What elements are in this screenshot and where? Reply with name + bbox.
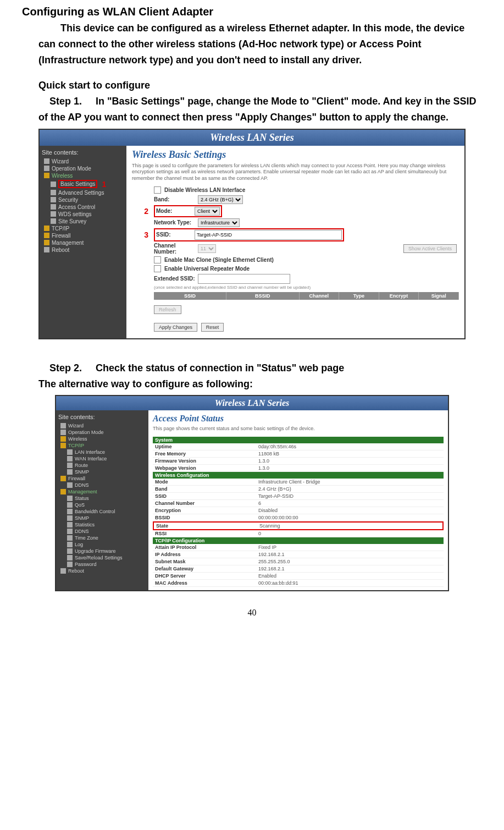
sidebar-item-label: Time Zone: [75, 535, 98, 541]
sidebar-item[interactable]: Wireless: [42, 172, 124, 179]
sidebar-item-label: TCP/IP: [68, 443, 84, 448]
chan-key: Channel Number: [153, 500, 256, 507]
sidebar-item[interactable]: Operation Mode: [42, 165, 124, 172]
sidebar-item-label: Wireless: [52, 173, 73, 179]
ext-ssid-input[interactable]: [198, 274, 290, 284]
table-header-type: Type: [339, 292, 379, 300]
sidebar-item[interactable]: Site Survey: [42, 218, 124, 225]
sidebar: Site contents: Wizard Operation Mode Wir…: [40, 146, 126, 338]
show-clients-button[interactable]: Show Active Clients: [403, 244, 457, 253]
state-val: Scanning: [257, 523, 442, 529]
sidebar-item[interactable]: SNMP: [58, 469, 146, 475]
sidebar-item[interactable]: QoS: [58, 502, 146, 508]
sidebar-item-label: Route: [75, 463, 88, 468]
sidebar-item-label: Firewall: [68, 476, 85, 481]
sidebar-item-label: Reboot: [52, 247, 69, 253]
universal-repeater-label: Enable Universal Repeater Mode: [164, 266, 250, 272]
table-header-bssid: BSSID: [226, 292, 299, 300]
ssid-input[interactable]: [195, 230, 342, 240]
page-icon: [67, 482, 73, 488]
sidebar-item[interactable]: WDS settings: [42, 211, 124, 218]
banner: Wireless LAN Series: [40, 130, 464, 146]
main-panel: Access Point Status This page shows the …: [148, 410, 448, 590]
page-icon: [60, 430, 66, 435]
sidebar-item[interactable]: Time Zone: [58, 535, 146, 541]
universal-repeater-checkbox[interactable]: [154, 265, 161, 272]
step2-label: Step 2.: [49, 362, 82, 373]
sidebar-item[interactable]: Route: [58, 462, 146, 469]
channel-label: Channel Number:: [154, 243, 198, 255]
page-icon: [67, 469, 73, 475]
sidebar-item-label: Management: [68, 489, 97, 494]
sidebar-item[interactable]: WAN Interface: [58, 455, 146, 462]
sidebar-item[interactable]: Save/Reload Settings: [58, 554, 146, 561]
sidebar-item[interactable]: Access Control: [42, 204, 124, 211]
mode-select[interactable]: Client: [195, 207, 220, 216]
ip-val: 192.168.2.1: [256, 551, 444, 558]
sidebar-item[interactable]: Basic Settings1: [42, 179, 124, 189]
page-icon: [67, 463, 73, 468]
sidebar-item[interactable]: Wireless: [58, 436, 146, 442]
sidebar-item-label: Basic Settings: [60, 181, 95, 187]
band-label: Band:: [154, 196, 198, 202]
sidebar-item[interactable]: Advanced Settings: [42, 189, 124, 196]
band-val: 2.4 GHz (B+G): [256, 486, 444, 492]
sidebar-item[interactable]: Firewall: [58, 475, 146, 482]
sidebar-item[interactable]: Management: [42, 239, 124, 246]
sidebar-item[interactable]: TCP/IP: [58, 442, 146, 449]
ip-key: IP Address: [153, 551, 256, 558]
sidebar-item-label: Operation Mode: [68, 430, 104, 435]
table-header-signal: Signal: [419, 292, 459, 300]
sidebar-item[interactable]: Operation Mode: [58, 429, 146, 436]
sidebar-item[interactable]: Password: [58, 561, 146, 568]
sidebar-item[interactable]: Upgrade Firmware: [58, 548, 146, 554]
page-icon: [67, 496, 73, 501]
sidebar-item[interactable]: Status: [58, 495, 146, 502]
sidebar-item[interactable]: Wizard: [58, 422, 146, 429]
sidebar-item[interactable]: TCP/IP: [42, 225, 124, 232]
sidebar-item[interactable]: Bandwidth Control: [58, 508, 146, 515]
webver-val: 1.3.0: [256, 465, 444, 471]
step2-text: Check the status of connection in "Statu…: [96, 362, 344, 373]
folder-icon: [60, 476, 66, 481]
apply-changes-button[interactable]: Apply Changes: [154, 323, 197, 332]
screenshot-status: Wireless LAN Series Site contents: Wizar…: [55, 395, 449, 591]
table-header-encrypt: Encrypt: [379, 292, 419, 300]
reset-button[interactable]: Reset: [201, 323, 224, 332]
sidebar-item[interactable]: Statistics: [58, 521, 146, 528]
folder-icon: [44, 233, 49, 238]
mac-clone-checkbox[interactable]: [154, 256, 161, 263]
panel-title: Access Point Status: [153, 414, 444, 424]
sidebar-item[interactable]: Wizard: [42, 158, 124, 165]
sidebar-item-label: Save/Reload Settings: [75, 555, 123, 560]
sidebar-item[interactable]: LAN Interface: [58, 449, 146, 455]
sidebar-item[interactable]: Log: [58, 541, 146, 548]
sidebar-item[interactable]: Reboot: [42, 246, 124, 254]
mode-highlight: Mode: Client: [154, 205, 222, 217]
uptime-key: Uptime: [153, 443, 256, 450]
mac-clone-label: Enable Mac Clone (Single Ethernet Client…: [164, 257, 274, 263]
disable-wlan-checkbox[interactable]: [154, 186, 161, 194]
sidebar-item[interactable]: DDNS: [58, 528, 146, 535]
sidebar-title: Site contents:: [58, 414, 146, 420]
network-type-label: Network Type:: [154, 219, 198, 226]
sidebar-item[interactable]: DDNS: [58, 482, 146, 488]
section-wireless: Wireless Configuration: [153, 472, 444, 479]
sidebar-item[interactable]: SNMP: [58, 515, 146, 521]
page-icon: [67, 535, 73, 541]
subnet-key: Subnet Mask: [153, 558, 256, 565]
channel-select[interactable]: 11: [198, 244, 216, 253]
band-select[interactable]: 2.4 GHz (B+G): [198, 195, 243, 204]
refresh-button[interactable]: Refresh: [154, 305, 181, 314]
sidebar-item[interactable]: Firewall: [42, 232, 124, 239]
panel-desc: This page is used to configure the param…: [132, 163, 459, 182]
page-icon: [44, 166, 49, 171]
sidebar-item[interactable]: Security: [42, 196, 124, 204]
enc-val: Disabled: [256, 507, 444, 514]
page-number: 40: [22, 608, 482, 618]
sidebar-item[interactable]: Management: [58, 488, 146, 495]
network-type-select[interactable]: Infrastructure: [198, 218, 240, 227]
sidebar-item[interactable]: Reboot: [58, 568, 146, 574]
folder-icon: [44, 226, 49, 231]
page-icon: [51, 190, 56, 195]
